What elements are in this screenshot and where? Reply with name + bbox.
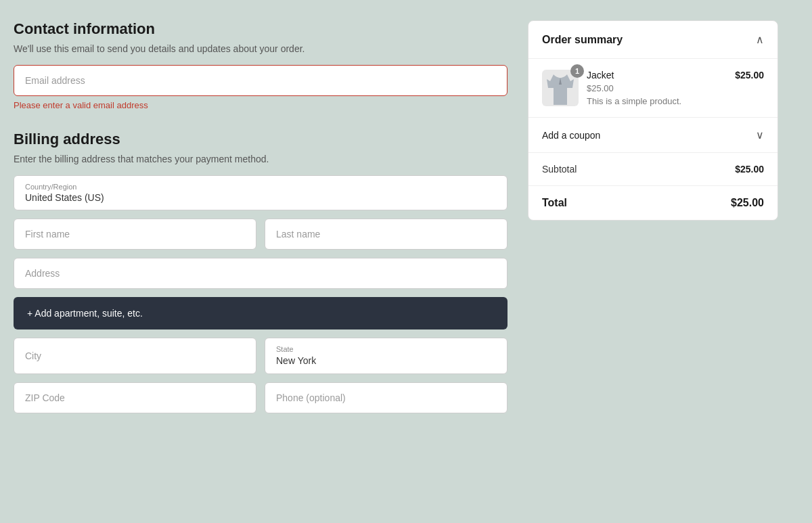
state-label: State xyxy=(276,345,496,353)
city-input[interactable] xyxy=(14,338,256,374)
total-value: $25.00 xyxy=(731,197,764,209)
add-coupon-row[interactable]: Add a coupon ∨ xyxy=(528,118,777,153)
chevron-up-icon: ∧ xyxy=(756,33,764,46)
order-summary-title: Order summary xyxy=(542,34,623,46)
zip-code-input[interactable] xyxy=(14,382,256,413)
chevron-down-icon: ∨ xyxy=(756,129,764,141)
product-row: 1 Jacket $25.00 This is a simple product… xyxy=(528,59,777,118)
contact-subtitle: We'll use this email to send you details… xyxy=(14,43,508,54)
email-input[interactable] xyxy=(14,65,508,96)
last-name-input[interactable] xyxy=(265,219,508,250)
product-image-wrapper: 1 xyxy=(542,70,579,106)
total-row: Total $25.00 xyxy=(528,186,777,220)
product-details: Jacket $25.00 This is a simple product. xyxy=(587,70,727,106)
product-price-sub: $25.00 xyxy=(587,83,727,93)
country-label: Country/Region xyxy=(25,183,496,191)
product-price-main: $25.00 xyxy=(735,70,764,81)
email-error: Please enter a valid email address xyxy=(14,100,508,110)
state-field[interactable]: State New York xyxy=(265,338,508,374)
product-name: Jacket xyxy=(587,70,727,81)
billing-subtitle: Enter the billing address that matches y… xyxy=(14,154,508,164)
country-region-field[interactable]: Country/Region United States (US) xyxy=(14,175,508,210)
order-summary-header[interactable]: Order summary ∧ xyxy=(528,21,777,59)
country-value: United States (US) xyxy=(25,192,104,203)
contact-title: Contact information xyxy=(14,20,508,38)
first-name-input[interactable] xyxy=(14,219,256,250)
product-description: This is a simple product. xyxy=(587,96,727,106)
order-summary-card: Order summary ∧ 1 Jacket xyxy=(528,20,778,221)
billing-title: Billing address xyxy=(14,131,508,148)
add-apartment-button[interactable]: + Add apartment, suite, etc. xyxy=(14,297,508,329)
phone-input[interactable] xyxy=(265,382,508,413)
subtotal-label: Subtotal xyxy=(542,164,577,175)
state-value: New York xyxy=(276,355,316,366)
subtotal-row: Subtotal $25.00 xyxy=(528,153,777,186)
coupon-label: Add a coupon xyxy=(542,130,600,141)
address-input[interactable] xyxy=(14,258,508,289)
subtotal-value: $25.00 xyxy=(735,164,764,175)
product-badge: 1 xyxy=(570,64,584,78)
total-label: Total xyxy=(542,197,567,209)
